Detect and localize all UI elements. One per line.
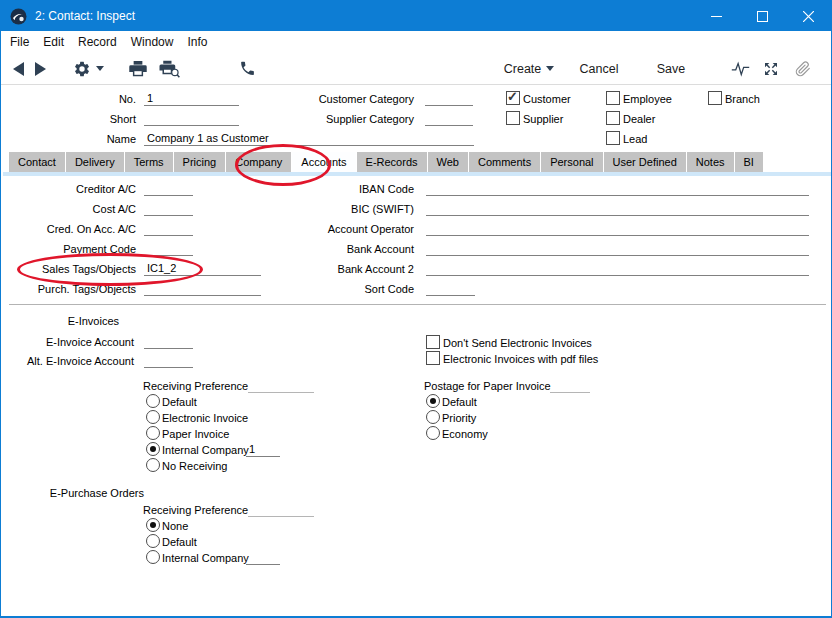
tab-strip-highlight (3, 172, 831, 176)
ei-radio-default-label: Default (162, 395, 197, 409)
bank-account-2-label: Bank Account 2 (261, 262, 414, 276)
print-button[interactable] (127, 53, 149, 84)
ei-radio-paper-invoice-label: Paper Invoice (162, 427, 229, 441)
purch-tags-objects-field[interactable] (144, 281, 261, 296)
phone-button[interactable] (235, 53, 259, 84)
tab-delivery[interactable]: Delivery (66, 152, 124, 172)
create-button[interactable]: Create (501, 53, 557, 84)
ei-radio-electronic-invoice-label: Electronic Invoice (162, 411, 248, 425)
dont-send-electronic-invoices-checkbox[interactable] (426, 335, 440, 349)
tab-terms[interactable]: Terms (125, 152, 173, 172)
postage-radio-economy-label: Economy (442, 427, 488, 441)
epo-radio-none-label: None (162, 519, 188, 533)
alt-e-invoice-account-field[interactable] (144, 353, 193, 368)
tab-user-defined[interactable]: User Defined (604, 152, 686, 172)
epo-radio-default-label: Default (162, 535, 197, 549)
lead-checkbox[interactable] (606, 131, 620, 145)
maximize-button[interactable] (739, 1, 785, 31)
ei-radio-no-receiving[interactable] (146, 458, 160, 472)
tab-comments[interactable]: Comments (469, 152, 540, 172)
postage-radio-economy[interactable] (426, 426, 440, 440)
dealer-checkbox-label: Dealer (623, 112, 655, 126)
menu-bar: File Edit Record Window Info (1, 31, 831, 53)
menu-info[interactable]: Info (187, 35, 207, 49)
attachments-paperclip-icon[interactable] (791, 53, 815, 84)
menu-edit[interactable]: Edit (43, 35, 64, 49)
activity-history-button[interactable] (728, 53, 752, 84)
tab-personal[interactable]: Personal (541, 152, 602, 172)
ei-radio-paper-invoice[interactable] (146, 426, 160, 440)
supplier-checkbox[interactable] (506, 111, 520, 125)
tab-pricing[interactable]: Pricing (174, 152, 226, 172)
sort-code-field[interactable] (426, 281, 475, 296)
ei-radio-default[interactable] (146, 394, 160, 408)
iban-code-field[interactable] (426, 181, 809, 196)
name-field[interactable]: Company 1 as Customer (144, 131, 474, 146)
creditor-ac-field[interactable] (144, 181, 193, 196)
dealer-checkbox[interactable] (606, 111, 620, 125)
expand-window-button[interactable] (759, 53, 783, 84)
payment-code-field[interactable] (144, 241, 193, 256)
tab-e-records[interactable]: E-Records (357, 152, 427, 172)
epo-receiving-preference-label: Receiving Preference (143, 503, 248, 517)
bank-account-field[interactable] (426, 241, 809, 256)
operations-menu-button[interactable] (71, 53, 105, 84)
tab-bar: Contact Delivery Terms Pricing Company A… (9, 152, 764, 172)
ei-radio-electronic-invoice[interactable] (146, 410, 160, 424)
bic-swift-field[interactable] (426, 201, 809, 216)
minimize-button[interactable] (693, 1, 739, 31)
create-button-label: Create (504, 62, 542, 76)
menu-file[interactable]: File (10, 35, 29, 49)
ei-radio-no-receiving-label: No Receiving (162, 459, 227, 473)
customer-category-label: Customer Category (281, 92, 414, 106)
cred-on-acc-ac-field[interactable] (144, 221, 193, 236)
postage-radio-default-label: Default (442, 395, 477, 409)
epo-internal-company-field[interactable] (246, 550, 280, 565)
account-operator-field[interactable] (426, 221, 809, 236)
next-record-button[interactable] (31, 53, 49, 84)
tab-web[interactable]: Web (428, 152, 468, 172)
postage-radio-priority-label: Priority (442, 411, 476, 425)
menu-window[interactable]: Window (131, 35, 174, 49)
receiving-preference-line (248, 379, 314, 393)
short-field[interactable] (144, 111, 239, 126)
employee-checkbox[interactable] (606, 91, 620, 105)
menu-record[interactable]: Record (78, 35, 117, 49)
bic-swift-label: BIC (SWIFT) (261, 202, 414, 216)
sales-tags-objects-field[interactable]: IC1_2 (144, 261, 261, 276)
ei-radio-internal-company[interactable] (146, 442, 160, 456)
toolbar: Create Cancel Save (1, 53, 831, 85)
branch-checkbox-label: Branch (725, 92, 760, 106)
print-preview-button[interactable] (157, 53, 183, 84)
postage-radio-default[interactable] (426, 394, 440, 408)
purch-tags-objects-label: Purch. Tags/Objects (1, 282, 136, 296)
save-button[interactable]: Save (653, 53, 689, 84)
payment-code-label: Payment Code (1, 242, 136, 256)
tab-notes[interactable]: Notes (687, 152, 734, 172)
close-button[interactable] (785, 1, 831, 31)
epo-radio-none[interactable] (146, 518, 160, 532)
tab-company[interactable]: Company (226, 152, 291, 172)
tab-bi[interactable]: BI (735, 152, 763, 172)
e-invoice-account-field[interactable] (144, 334, 193, 349)
branch-checkbox[interactable] (708, 91, 722, 105)
tab-accounts[interactable]: Accounts (292, 152, 355, 172)
cancel-button[interactable]: Cancel (577, 53, 621, 84)
cost-ac-label: Cost A/C (1, 202, 136, 216)
previous-record-button[interactable] (9, 53, 27, 84)
epo-radio-default[interactable] (146, 534, 160, 548)
title-bar[interactable]: 2: Contact: Inspect (1, 1, 831, 31)
no-field[interactable]: 1 (144, 91, 239, 106)
lead-checkbox-label: Lead (623, 132, 647, 146)
bank-account-2-field[interactable] (426, 261, 809, 276)
electronic-invoices-pdf-checkbox[interactable] (426, 351, 440, 365)
epo-radio-internal-company[interactable] (146, 550, 160, 564)
ei-radio-internal-company-label: Internal Company (162, 443, 249, 457)
supplier-category-field[interactable] (425, 111, 473, 126)
customer-category-field[interactable] (425, 91, 473, 106)
customer-checkbox[interactable] (506, 91, 520, 105)
postage-radio-priority[interactable] (426, 410, 440, 424)
tab-contact[interactable]: Contact (9, 152, 65, 172)
ei-internal-company-field[interactable]: 1 (246, 442, 280, 457)
cost-ac-field[interactable] (144, 201, 193, 216)
